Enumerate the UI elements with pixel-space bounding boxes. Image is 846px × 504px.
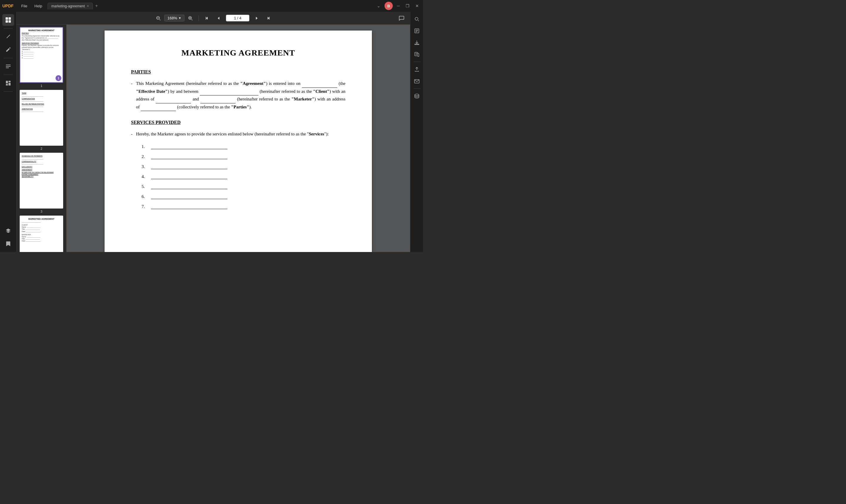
window-controls: ⌄ B ─ ❒ ✕ (375, 2, 421, 10)
blank-client-address (156, 95, 191, 103)
menu-bar: File Help (18, 3, 45, 10)
annotate-icon[interactable] (2, 44, 14, 55)
service-item-2: 2. (142, 154, 345, 159)
prev-page-button[interactable] (214, 15, 223, 22)
search-icon[interactable] (412, 14, 422, 24)
content-area: 168% ▼ 1 / 4 (16, 12, 410, 252)
convert-icon[interactable] (412, 49, 422, 59)
first-page-button[interactable] (202, 15, 212, 22)
thumbnail-image-4[interactable]: MARKETING AGREEMENT ____________________… (20, 216, 63, 252)
avatar[interactable]: B (384, 2, 393, 10)
zoom-value-display[interactable]: 168% ▼ (164, 15, 184, 21)
thumb2-content: TERM ________________________ COMPENSATI… (22, 92, 61, 112)
thumbnail-page-1[interactable]: MARKETING AGREEMENT PARTIES This Marketi… (19, 27, 64, 88)
dash-1: - (131, 80, 132, 111)
service-blank-5 (151, 184, 227, 189)
service-num-6: 6. (142, 194, 149, 199)
thumbnail-page-2[interactable]: TERM ________________________ COMPENSATI… (19, 90, 64, 150)
ocr-icon[interactable] (412, 26, 422, 36)
svg-rect-5 (6, 66, 11, 67)
svg-rect-10 (8, 83, 11, 86)
zoom-out-button[interactable] (154, 15, 163, 22)
service-blank-6 (151, 194, 227, 199)
svg-rect-1 (8, 17, 11, 20)
close-button[interactable]: ✕ (414, 3, 421, 9)
thumbnail-page-4[interactable]: MARKETING AGREEMENT ____________________… (19, 216, 64, 252)
service-blank-7 (151, 204, 227, 209)
organize-icon[interactable] (2, 77, 14, 89)
service-item-6: 6. (142, 194, 345, 199)
tab-bar: marketing-agreement ✕ + (48, 2, 375, 10)
svg-rect-4 (6, 65, 11, 65)
bookmark-icon[interactable] (2, 238, 14, 250)
page-current: 1 (234, 16, 236, 20)
next-page-button[interactable] (252, 15, 261, 22)
blank-marketer-name (200, 95, 236, 103)
svg-rect-26 (415, 52, 417, 56)
storage-icon[interactable] (412, 91, 422, 101)
menu-file[interactable]: File (18, 3, 30, 10)
effective-date-bold: "Effective Date" (136, 89, 168, 94)
pdf-view[interactable]: MARKETING AGREEMENT PARTIES - This Marke… (66, 25, 410, 252)
restore-button[interactable]: ❒ (404, 3, 411, 9)
last-page-button[interactable] (264, 15, 273, 22)
thumbnail-page-3[interactable]: SCHEDULE OF PAYMENTS ___________________… (19, 153, 64, 213)
edit-icon[interactable] (2, 31, 14, 42)
thumbnail-badge-1: 1 (55, 75, 61, 81)
minimize-button[interactable]: ─ (395, 3, 401, 9)
toolbar-right (397, 14, 407, 22)
add-tab-button[interactable]: + (93, 2, 100, 10)
service-num-3: 3. (142, 164, 149, 169)
share-icon[interactable] (412, 64, 422, 74)
app-body: 168% ▼ 1 / 4 (0, 12, 423, 252)
page-total: 4 (239, 16, 241, 20)
layers-icon[interactable] (2, 225, 14, 237)
right-sep-2 (413, 88, 420, 89)
client-bold: "Client" (313, 89, 329, 94)
sidebar-divider-2 (4, 58, 13, 58)
thumb4-content: _____________________ CLIENT: Name: ____… (22, 221, 61, 242)
services-intro: - Hereby, the Marketer agrees to provide… (131, 130, 345, 138)
thumb4-title: MARKETING AGREEMENT (22, 218, 61, 220)
comment-button[interactable] (397, 14, 407, 22)
tab-marketing-agreement[interactable]: marketing-agreement ✕ (48, 3, 93, 10)
service-num-7: 7. (142, 204, 149, 209)
page-sep: / (237, 16, 239, 20)
blank-client-name (200, 88, 258, 96)
service-item-4: 4. (142, 174, 345, 179)
marketer-bold: "Marketer" (291, 97, 314, 101)
thumb3-content: SCHEDULE OF PAYMENTS ___________________… (22, 155, 61, 178)
thumbnail-image-1[interactable]: MARKETING AGREEMENT PARTIES This Marketi… (20, 27, 63, 83)
parties-text: This Marketing Agreement (hereinafter re… (136, 80, 345, 111)
forms-icon[interactable] (2, 60, 14, 72)
dash-2: - (131, 130, 132, 138)
sidebar-divider-4 (4, 91, 13, 92)
extract-icon[interactable] (412, 38, 422, 48)
service-num-1: 1. (142, 144, 149, 149)
thumbnail-num-1: 1 (40, 84, 42, 88)
blank-effective-date (302, 80, 337, 88)
service-num-5: 5. (142, 184, 149, 189)
service-item-1: 1. (142, 144, 345, 149)
tab-list-button[interactable]: ⌄ (375, 3, 382, 9)
thumbnails-icon[interactable] (2, 14, 14, 26)
svg-line-17 (192, 19, 193, 20)
thumbnail-image-2[interactable]: TERM ________________________ COMPENSATI… (20, 90, 63, 146)
service-blank-4 (151, 174, 227, 179)
svg-rect-3 (8, 20, 11, 23)
menu-help[interactable]: Help (32, 3, 45, 10)
toolbar-sep-1 (199, 15, 199, 21)
parties-content: - This Marketing Agreement (hereinafter … (131, 80, 345, 111)
svg-rect-9 (6, 84, 8, 86)
left-sidebar (0, 12, 16, 252)
svg-rect-0 (5, 17, 8, 20)
email-icon[interactable] (412, 76, 422, 86)
svg-rect-8 (8, 81, 11, 82)
zoom-control: 168% ▼ (154, 15, 195, 22)
tab-close-icon[interactable]: ✕ (87, 4, 89, 7)
zoom-in-button[interactable] (186, 15, 195, 22)
svg-rect-2 (5, 20, 8, 23)
parties-bold: "Parties" (231, 105, 249, 109)
thumbnail-image-3[interactable]: SCHEDULE OF PAYMENTS ___________________… (20, 153, 63, 209)
service-num-2: 2. (142, 154, 149, 159)
